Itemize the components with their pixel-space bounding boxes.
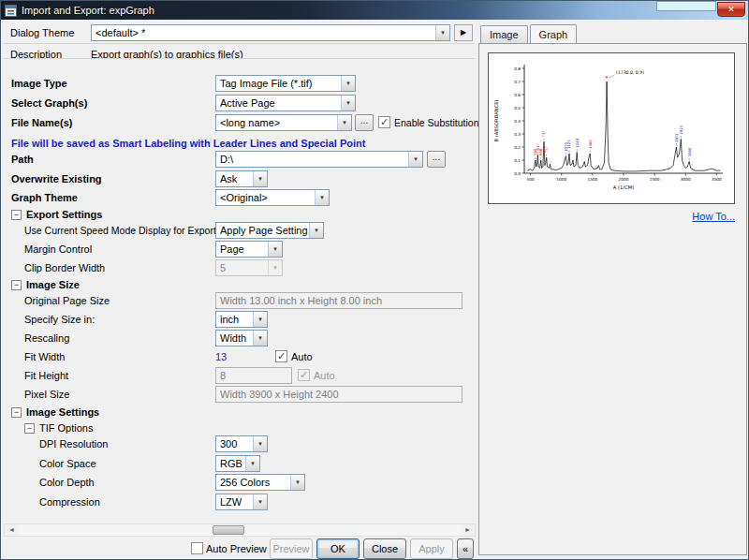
close-button[interactable]: Close (363, 538, 406, 559)
rescaling-row: Rescaling Width ▼ (4, 329, 476, 347)
pixel-size-label: Pixel Size (24, 389, 69, 400)
svg-text:500: 500 (527, 177, 535, 182)
fit-width-auto-checkbox[interactable]: ✓ (275, 350, 287, 362)
svg-text:1249: 1249 (575, 138, 580, 147)
collapse-minus-icon[interactable]: − (24, 423, 35, 434)
pixel-size-field: Width 3900 x Height 2400 (215, 386, 463, 403)
specify-size-row: Specify Size in: inch ▼ (4, 310, 476, 329)
compression-select[interactable]: LZW ▼ (215, 494, 268, 510)
svg-text:1500: 1500 (587, 177, 597, 182)
fit-height-auto-checkbox: ✓ (298, 369, 310, 381)
export-settings-title: Export Settings (26, 209, 102, 220)
close-window-button[interactable]: ✕ (717, 2, 745, 17)
fit-width-auto-label: Auto (291, 351, 313, 362)
svg-text:0.0: 0.0 (514, 171, 521, 176)
rescaling-select[interactable]: Width ▼ (215, 330, 268, 346)
color-space-row: Color Space RGB ▼ (4, 454, 476, 473)
original-page-size-label: Original Page Size (24, 295, 110, 306)
chevron-down-icon: ▼ (253, 171, 267, 186)
check-icon: ✓ (299, 370, 309, 379)
compression-row: Compression LZW ▼ (4, 493, 476, 511)
auto-preview-label: Auto Preview (206, 543, 267, 554)
rescaling-label: Rescaling (24, 332, 69, 344)
select-graphs-select[interactable]: Active Page ▼ (215, 95, 356, 111)
enable-substitution-checkbox[interactable]: ✓ (378, 116, 390, 128)
theme-flyout-button[interactable]: ▶ (454, 24, 473, 41)
speed-mode-label: Use Current Speed Mode Display for Expor… (24, 225, 216, 236)
color-space-select[interactable]: RGB ▼ (215, 455, 260, 472)
chevron-down-icon: ▼ (309, 223, 323, 238)
dpi-row: DPI Resolution 300 ▼ (4, 435, 476, 453)
margin-control-label: Margin Control (24, 243, 92, 255)
image-type-select[interactable]: Tag Image File (*.tif) ▼ (215, 75, 356, 92)
color-space-value: RGB (220, 458, 242, 469)
specify-size-select[interactable]: inch ▼ (215, 311, 268, 328)
clip-border-select: 5 ▼ (215, 259, 283, 276)
dpi-select[interactable]: 300 ▼ (215, 435, 268, 452)
dialog-theme-select[interactable]: <default> * ▼ (91, 24, 450, 41)
collapse-minus-icon[interactable]: − (11, 210, 22, 220)
chevron-down-icon: ▼ (337, 115, 351, 130)
fit-width-label: Fit Width (24, 351, 65, 362)
chevron-down-icon: ▼ (268, 260, 282, 275)
scroll-right-icon[interactable]: ► (461, 524, 475, 536)
chevron-down-icon: ▼ (253, 436, 267, 451)
scrollbar-thumb[interactable] (213, 525, 244, 535)
speed-mode-select[interactable]: Apply Page Setting ▼ (215, 222, 324, 239)
scroll-left-icon[interactable]: ◄ (5, 524, 19, 536)
check-icon: ✓ (276, 351, 286, 361)
collapse-minus-icon[interactable]: − (11, 280, 22, 290)
chevron-down-icon: ▼ (245, 456, 259, 471)
collapse-minus-icon[interactable]: − (11, 407, 22, 418)
tab-graph[interactable]: Graph (530, 24, 578, 43)
ok-button[interactable]: OK (316, 538, 360, 559)
svg-text:2925: 2925 (679, 125, 683, 134)
svg-text:1125: 1125 (566, 140, 571, 149)
chevron-down-icon: ▼ (290, 475, 304, 490)
graph-theme-select[interactable]: <Original> ▼ (215, 189, 330, 206)
divider (4, 43, 475, 44)
path-row: Path D:\ ▼ ... (4, 150, 476, 169)
file-names-browse-button[interactable]: ... (355, 114, 374, 131)
specify-size-label: Specify Size in: (24, 314, 95, 325)
chevron-down-icon: ▼ (253, 331, 267, 346)
dialog-theme-value: <default> * (95, 27, 145, 38)
margin-control-select[interactable]: Page ▼ (215, 241, 283, 258)
fit-width-field[interactable]: 13 (215, 351, 227, 362)
overwrite-label: Overwrite Existing (11, 173, 102, 184)
svg-text:757: 757 (544, 145, 549, 153)
clip-border-label: Clip Border Width (24, 262, 105, 273)
collapse-preview-button[interactable]: « (457, 538, 474, 559)
chevron-down-icon: ▼ (315, 190, 329, 205)
graph-theme-row: Graph Theme <Original> ▼ (4, 188, 476, 207)
chevron-down-icon: ▼ (408, 152, 422, 167)
overwrite-row: Overwrite Existing Ask ▼ (4, 169, 476, 188)
tab-image[interactable]: Image (480, 25, 528, 43)
original-page-size-field: Width 13.00 inch x Height 8.00 inch (215, 292, 463, 309)
svg-text:0.1: 0.1 (514, 158, 521, 163)
svg-text:0.6: 0.6 (514, 93, 521, 97)
auto-preview-checkbox[interactable]: ✓ (191, 542, 203, 554)
apply-button: Apply (410, 538, 453, 559)
svg-text:0.2: 0.2 (514, 145, 521, 150)
image-type-value: Tag Image File (*.tif) (220, 78, 312, 89)
path-browse-button[interactable]: ... (427, 151, 446, 168)
clip-border-value: 5 (220, 262, 226, 273)
color-depth-select[interactable]: 256 Colors ▼ (215, 474, 305, 491)
image-type-row: Image Type Tag Image File (*.tif) ▼ (4, 74, 476, 93)
overwrite-value: Ask (220, 173, 237, 184)
svg-text:3500: 3500 (712, 177, 722, 182)
file-names-label: File Name(s) (11, 117, 72, 128)
how-to-link[interactable]: How To... (692, 211, 735, 222)
dialog-theme-label: Dialog Theme (10, 27, 74, 38)
svg-text:0.3: 0.3 (514, 132, 521, 137)
graph-svg: 0.00.10.20.30.40.50.60.70.85001000150020… (489, 53, 734, 203)
save-note-text: File will be saved as Smart Labeling wit… (11, 138, 365, 149)
check-icon: ✓ (379, 117, 389, 126)
path-select[interactable]: D:\ ▼ (215, 151, 423, 168)
fit-width-row: Fit Width 13 ✓ Auto (4, 347, 476, 366)
overwrite-select[interactable]: Ask ▼ (215, 170, 268, 187)
file-names-select[interactable]: <long name> ▼ (215, 114, 352, 131)
form-horizontal-scrollbar[interactable]: ◄ ► (4, 523, 476, 537)
tab-graph-label: Graph (539, 29, 568, 40)
